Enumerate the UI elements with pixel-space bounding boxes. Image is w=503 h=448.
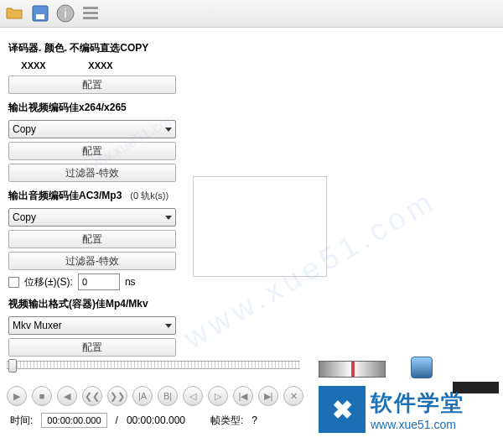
video-filters-button[interactable]: 过滤器-特效 xyxy=(8,164,176,182)
delete-button[interactable]: ✕ xyxy=(283,386,303,406)
output-configure-button[interactable]: 配置 xyxy=(8,338,176,357)
logo-text-cn: 软件学堂 xyxy=(371,388,464,418)
logo-text-url: www.xue51.com xyxy=(371,418,464,431)
volume-thumb[interactable] xyxy=(351,362,355,377)
last-frame-button[interactable]: ▶| xyxy=(258,386,278,406)
svg-rect-6 xyxy=(83,17,98,19)
audio-codec-value: Copy xyxy=(13,211,36,223)
audio-filters-button[interactable]: 过滤器-特效 xyxy=(8,252,176,270)
logo-area: ✖ 软件学堂 www.xue51.com xyxy=(319,386,464,433)
play-button[interactable]: ▶ xyxy=(7,386,27,406)
forward-button[interactable]: ❯❯ xyxy=(107,386,127,406)
decoder-title: 译码器. 颜色. 不编码直选COPY xyxy=(8,41,495,55)
playback-controls: ▶ ■ ◀ ❮❮ ❯❯ |A B| ◁ ▷ |◀ ▶| ✕ xyxy=(7,386,303,406)
offset-label: 位移(±)(S): xyxy=(24,275,73,289)
video-title: 输出视频编码佳x264/x265 xyxy=(8,101,495,115)
time-current[interactable]: 00:00:00.000 xyxy=(41,413,106,428)
chevron-down-icon xyxy=(165,216,172,220)
output-format-value: Mkv Muxer xyxy=(13,320,62,331)
time-info-row: 时间: 00:00:00.000 / 00:00:00.000 帧类型: ? xyxy=(10,413,257,428)
decoder-col2: XXXX xyxy=(75,60,126,70)
svg-rect-5 xyxy=(83,12,98,14)
video-configure-button[interactable]: 配置 xyxy=(8,142,176,160)
svg-rect-4 xyxy=(83,7,98,9)
disk-icon[interactable] xyxy=(30,3,50,23)
preview-panel xyxy=(193,176,327,277)
chevron-down-icon xyxy=(165,324,172,328)
audio-configure-button[interactable]: 配置 xyxy=(8,230,176,248)
offset-checkbox[interactable] xyxy=(8,277,19,288)
output-format-select[interactable]: Mkv Muxer xyxy=(8,316,176,335)
prev-frame-button[interactable]: ◀ xyxy=(57,386,77,406)
timeline-slider[interactable] xyxy=(7,361,300,378)
stop-button[interactable]: ■ xyxy=(32,386,52,406)
video-codec-value: Copy xyxy=(13,123,36,135)
svg-text:i: i xyxy=(64,7,66,20)
next-key-button[interactable]: ▷ xyxy=(208,386,228,406)
audio-tracks-label: (0 轨k(s)) xyxy=(130,190,169,202)
frame-type-label: 帧类型: xyxy=(210,414,243,428)
time-label: 时间: xyxy=(10,414,33,428)
prev-key-button[interactable]: ◁ xyxy=(183,386,203,406)
open-folder-icon[interactable] xyxy=(5,3,25,23)
offset-unit: ns xyxy=(125,276,136,288)
properties-icon[interactable] xyxy=(80,3,101,23)
mark-b-button[interactable]: B| xyxy=(158,386,178,406)
audio-title: 输出音频编码佳AC3/Mp3 xyxy=(8,189,122,203)
logo-mark-icon: ✖ xyxy=(319,386,366,433)
mark-a-button[interactable]: |A xyxy=(132,386,153,406)
time-sep: / xyxy=(116,414,118,426)
output-title: 视频输出格式(容器)佳Mp4/Mkv xyxy=(8,297,495,311)
main-toolbar: i xyxy=(0,0,503,28)
slider-thumb[interactable] xyxy=(8,359,17,372)
decoder-configure-button[interactable]: 配置 xyxy=(8,76,176,94)
frame-type-value: ? xyxy=(252,414,257,426)
rewind-button[interactable]: ❮❮ xyxy=(82,386,102,406)
decoder-col1: XXXX xyxy=(8,60,59,70)
chevron-down-icon xyxy=(165,128,172,132)
volume-slider[interactable] xyxy=(319,361,386,378)
audio-codec-select[interactable]: Copy xyxy=(8,208,176,227)
svg-rect-1 xyxy=(36,14,44,19)
video-codec-select[interactable]: Copy xyxy=(8,120,176,138)
time-total: 00:00:00.000 xyxy=(127,414,185,426)
info-icon[interactable]: i xyxy=(55,3,75,23)
first-frame-button[interactable]: |◀ xyxy=(233,386,253,406)
offset-spinner[interactable]: 0 xyxy=(78,273,120,290)
speaker-icon[interactable] xyxy=(411,357,433,378)
